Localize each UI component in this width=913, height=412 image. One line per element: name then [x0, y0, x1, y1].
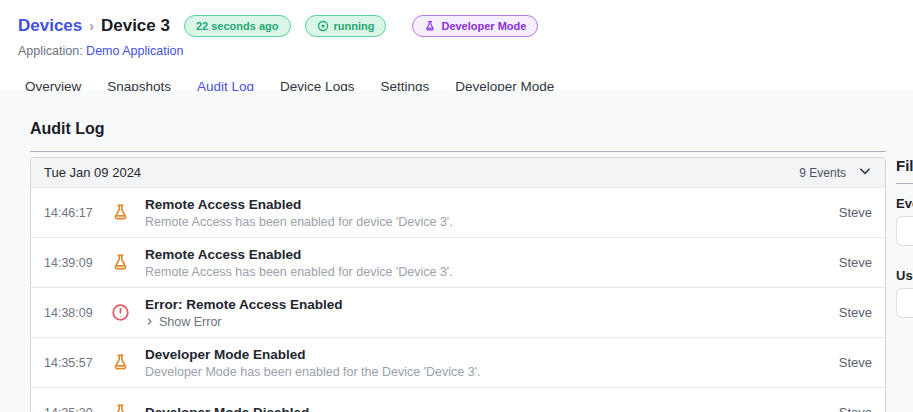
event-user: Steve: [839, 255, 872, 270]
audit-row: 14:46:17 Remote Access Enabled Remote Ac…: [31, 187, 885, 237]
flask-icon: [110, 403, 130, 412]
filter-event-label: Event: [896, 196, 913, 211]
audit-row: 14:35:57 Developer Mode Enabled Develope…: [31, 337, 885, 387]
event-title: Developer Mode Disabled: [145, 405, 309, 412]
event-time: 14:38:09: [44, 306, 98, 320]
developer-mode-badge: Developer Mode: [412, 15, 538, 37]
breadcrumb-devices-link[interactable]: Devices: [18, 16, 82, 36]
event-user: Steve: [839, 305, 872, 320]
event-description: Remote Access has been enabled for devic…: [145, 215, 453, 229]
status-label: running: [334, 20, 375, 32]
breadcrumb-separator: ›: [89, 18, 94, 34]
last-seen-label: 22 seconds ago: [196, 20, 279, 32]
main-content: Audit Log Tue Jan 09 2024 9 Events 14:46…: [0, 91, 913, 412]
filter-event-input[interactable]: [896, 216, 913, 246]
event-user: Steve: [839, 355, 872, 370]
event-title: Developer Mode Enabled: [145, 347, 481, 362]
developer-mode-label: Developer Mode: [441, 20, 526, 32]
page-header: Devices › Device 3 22 seconds ago runnin…: [0, 0, 913, 60]
application-row: Application: Demo Application: [18, 44, 913, 60]
flask-icon: [110, 253, 130, 272]
application-label: Application:: [18, 44, 83, 58]
event-time: 14:35:30: [44, 406, 98, 412]
filter-divider: [896, 183, 913, 184]
events-group: 9 Events: [799, 164, 872, 182]
flask-icon: [424, 20, 436, 32]
status-ring-icon: [317, 20, 329, 32]
date-group-header[interactable]: Tue Jan 09 2024 9 Events: [31, 158, 885, 187]
event-title: Remote Access Enabled: [145, 247, 453, 262]
chevron-right-icon: [145, 315, 154, 329]
audit-log-table: Tue Jan 09 2024 9 Events 14:46:17: [30, 157, 886, 412]
flask-icon: [110, 353, 130, 372]
event-user: Steve: [839, 205, 872, 220]
event-time: 14:46:17: [44, 206, 98, 220]
filter-panel: Filter Event User: [896, 157, 913, 318]
show-error-label: Show Error: [159, 315, 222, 329]
device-detail-page: Devices › Device 3 22 seconds ago runnin…: [0, 0, 913, 412]
error-icon: [110, 303, 130, 322]
show-error-link[interactable]: Show Error: [145, 315, 343, 329]
event-description: Remote Access has been enabled for devic…: [145, 265, 453, 279]
audit-row: 14:35:30 Developer Mode Disabled Steve: [31, 387, 885, 412]
breadcrumb: Devices › Device 3 22 seconds ago runnin…: [18, 13, 913, 39]
chevron-down-icon[interactable]: [858, 164, 872, 182]
status-badge: running: [305, 15, 387, 37]
audit-row: 14:38:09 Error: Remote Access Enabled: [31, 287, 885, 337]
event-main: Remote Access Enabled Remote Access has …: [145, 197, 453, 229]
event-main: Error: Remote Access Enabled Show Error: [145, 297, 343, 329]
filter-user-label: User: [896, 268, 913, 283]
page-title: Audit Log: [30, 120, 105, 138]
date-label: Tue Jan 09 2024: [44, 165, 141, 180]
application-link[interactable]: Demo Application: [86, 44, 183, 58]
event-time: 14:35:57: [44, 356, 98, 370]
event-title: Error: Remote Access Enabled: [145, 297, 343, 312]
event-main: Remote Access Enabled Remote Access has …: [145, 247, 453, 279]
event-description: Developer Mode has been enabled for the …: [145, 365, 481, 379]
event-time: 14:39:09: [44, 256, 98, 270]
last-seen-badge: 22 seconds ago: [184, 15, 291, 37]
section-divider: [30, 151, 886, 152]
event-user: Steve: [839, 405, 872, 412]
event-main: Developer Mode Disabled: [145, 405, 309, 412]
events-count: 9 Events: [799, 166, 846, 180]
breadcrumb-current-device: Device 3: [101, 16, 170, 36]
flask-icon: [110, 203, 130, 222]
audit-row: 14:39:09 Remote Access Enabled Remote Ac…: [31, 237, 885, 287]
filter-title: Filter: [896, 157, 913, 174]
filter-user-input[interactable]: [896, 288, 913, 318]
event-title: Remote Access Enabled: [145, 197, 453, 212]
event-main: Developer Mode Enabled Developer Mode ha…: [145, 347, 481, 379]
